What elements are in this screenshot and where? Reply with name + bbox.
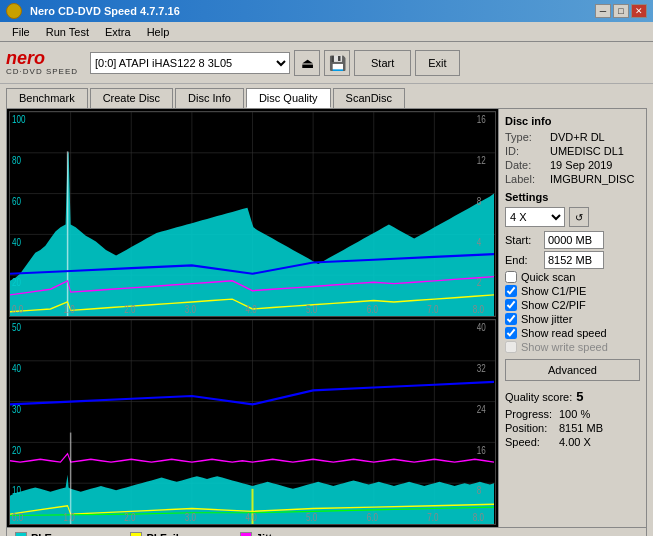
label-label: Label: [505,173,550,185]
svg-text:2.0: 2.0 [124,511,136,524]
minimize-button[interactable]: ─ [595,4,611,18]
svg-text:8.0: 8.0 [473,511,485,524]
read-speed-checkbox[interactable] [505,327,517,339]
svg-text:80: 80 [12,154,21,167]
svg-text:24: 24 [477,403,486,416]
tab-create-disc[interactable]: Create Disc [90,88,173,108]
type-label: Type: [505,131,550,143]
upper-chart-svg: 100 80 60 40 20 16 12 8 4 2 0.0 1.0 2.0 … [10,112,495,316]
logo-sub: CD·DVD SPEED [6,67,78,76]
jitter-group: Jitter Average: 10.02 % Maximum: 25.9 % … [240,532,339,536]
svg-text:6.0: 6.0 [367,511,379,524]
position-value: 8151 MB [559,422,603,434]
end-label: End: [505,254,540,266]
c1pie-row: Show C1/PIE [505,285,640,297]
svg-text:10: 10 [12,484,21,497]
svg-text:7.0: 7.0 [427,303,439,316]
refresh-button[interactable]: ↺ [569,207,589,227]
restore-button[interactable]: □ [613,4,629,18]
svg-text:20: 20 [12,443,21,456]
position-row: Position: 8151 MB [505,422,640,434]
jitter-color [240,532,252,536]
quick-scan-checkbox[interactable] [505,271,517,283]
start-row: Start: [505,231,640,249]
svg-text:40: 40 [477,321,486,334]
pi-failures-header: PI Failures [130,532,219,536]
c1pie-label: Show C1/PIE [521,285,586,297]
title-bar: Nero CD-DVD Speed 4.7.7.16 ─ □ ✕ [0,0,653,22]
menu-run-test[interactable]: Run Test [38,24,97,40]
speed-select[interactable]: 4 X [505,207,565,227]
disc-info-title: Disc info [505,115,640,127]
svg-text:1.0: 1.0 [64,303,76,316]
svg-text:16: 16 [477,443,486,456]
write-speed-checkbox[interactable] [505,341,517,353]
read-speed-row: Show read speed [505,327,640,339]
c2pif-label: Show C2/PIF [521,299,586,311]
svg-text:1.0: 1.0 [64,511,76,524]
svg-text:8.0: 8.0 [473,303,485,316]
tab-disc-quality[interactable]: Disc Quality [246,88,331,108]
end-input[interactable] [544,251,604,269]
chart-lower: 50 40 30 20 10 40 32 24 16 8 0.0 1.0 2.0… [9,319,496,525]
speed-row: 4 X ↺ [505,207,640,227]
svg-text:4.0: 4.0 [245,511,257,524]
svg-text:12: 12 [477,154,486,167]
c2pif-row: Show C2/PIF [505,299,640,311]
read-speed-label: Show read speed [521,327,607,339]
svg-text:2.0: 2.0 [124,303,136,316]
advanced-button[interactable]: Advanced [505,359,640,381]
c1pie-checkbox[interactable] [505,285,517,297]
svg-text:7.0: 7.0 [427,511,439,524]
write-speed-label: Show write speed [521,341,608,353]
svg-text:6.0: 6.0 [367,303,379,316]
jitter-checkbox[interactable] [505,313,517,325]
svg-text:20: 20 [12,276,21,289]
menu-help[interactable]: Help [139,24,178,40]
speed-label-quality: Speed: [505,436,555,448]
tab-scan-disc[interactable]: ScanDisc [333,88,405,108]
eject-button[interactable]: ⏏ [294,50,320,76]
logo-text: nero [6,49,78,67]
menu-extra[interactable]: Extra [97,24,139,40]
svg-text:40: 40 [12,362,21,375]
label-value: IMGBURN_DISC [550,173,634,185]
stats-bar: PI Errors Average: 15.53 Maximum: 90 Tot… [6,528,647,536]
menu-bar: File Run Test Extra Help [0,22,653,42]
window-title: Nero CD-DVD Speed 4.7.7.16 [30,5,180,17]
disc-id-row: ID: UMEDISC DL1 [505,145,640,157]
svg-text:8: 8 [477,195,482,208]
date-value: 19 Sep 2019 [550,159,612,171]
id-value: UMEDISC DL1 [550,145,624,157]
speed-row-quality: Speed: 4.00 X [505,436,640,448]
save-button[interactable]: 💾 [324,50,350,76]
start-label: Start: [505,234,540,246]
svg-text:32: 32 [477,362,486,375]
start-button[interactable]: Start [354,50,411,76]
disc-date-row: Date: 19 Sep 2019 [505,159,640,171]
pi-failures-group: PI Failures Average: 0.07 Maximum: 28 To… [130,532,219,536]
start-input[interactable] [544,231,604,249]
jitter-title: Jitter [256,532,283,536]
svg-text:4: 4 [477,235,482,248]
svg-text:30: 30 [12,403,21,416]
tab-benchmark[interactable]: Benchmark [6,88,88,108]
c2pif-checkbox[interactable] [505,299,517,311]
window-controls: ─ □ ✕ [595,4,647,18]
lower-chart-svg: 50 40 30 20 10 40 32 24 16 8 0.0 1.0 2.0… [10,320,495,524]
quick-scan-label: Quick scan [521,271,575,283]
chart-upper: 100 80 60 40 20 16 12 8 4 2 0.0 1.0 2.0 … [9,111,496,317]
drive-select[interactable]: [0:0] ATAPI iHAS122 8 3L05 [90,52,290,74]
menu-file[interactable]: File [4,24,38,40]
progress-label: Progress: [505,408,555,420]
exit-button[interactable]: Exit [415,50,459,76]
speed-value-quality: 4.00 X [559,436,591,448]
pi-errors-group: PI Errors Average: 15.53 Maximum: 90 Tot… [15,532,110,536]
settings-title: Settings [505,191,640,203]
tab-disc-info[interactable]: Disc Info [175,88,244,108]
svg-text:8: 8 [477,484,482,497]
tab-bar: Benchmark Create Disc Disc Info Disc Qua… [0,84,653,108]
svg-text:3.0: 3.0 [185,511,197,524]
close-button[interactable]: ✕ [631,4,647,18]
svg-text:16: 16 [477,113,486,126]
